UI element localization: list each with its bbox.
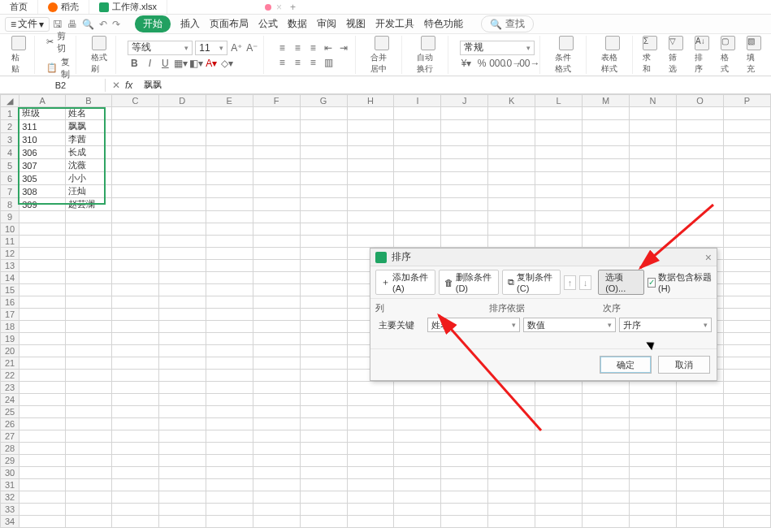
cell[interactable] [158, 345, 206, 357]
cell[interactable] [206, 370, 253, 382]
cell[interactable] [723, 394, 770, 406]
cell[interactable] [253, 185, 300, 198]
col-header-A[interactable]: A [19, 95, 66, 107]
cell[interactable] [111, 284, 158, 296]
cell[interactable] [488, 516, 535, 528]
row-header[interactable]: 25 [1, 406, 19, 418]
cell[interactable] [347, 394, 394, 406]
filter-button[interactable]: ▽筛选 [665, 36, 687, 75]
cell[interactable] [723, 198, 770, 211]
cell[interactable] [66, 430, 112, 443]
cell[interactable] [535, 491, 583, 504]
cell[interactable]: 班级 [19, 107, 66, 120]
cell[interactable] [488, 455, 535, 467]
cell[interactable] [676, 211, 723, 223]
cell[interactable] [111, 172, 158, 185]
cell[interactable] [158, 236, 206, 248]
cell[interactable] [158, 309, 206, 321]
cell[interactable] [394, 516, 441, 528]
col-header-M[interactable]: M [583, 95, 630, 107]
cell[interactable] [253, 236, 300, 248]
move-up-button[interactable]: ↑ [564, 275, 576, 290]
cell[interactable] [583, 236, 630, 248]
cell[interactable] [158, 370, 206, 382]
cell[interactable] [488, 394, 535, 406]
cell[interactable] [394, 491, 441, 504]
cell[interactable] [488, 467, 535, 479]
name-box[interactable]: B2 [16, 79, 106, 92]
cell[interactable] [253, 272, 300, 284]
cell[interactable] [535, 172, 583, 185]
row-header[interactable]: 5 [1, 159, 19, 172]
cell[interactable] [441, 394, 488, 406]
cell[interactable] [394, 455, 441, 467]
cell[interactable] [253, 146, 300, 159]
cell[interactable] [676, 120, 723, 133]
align-top-icon[interactable]: ≡ [275, 41, 288, 54]
cell[interactable] [300, 120, 347, 133]
cell[interactable] [19, 321, 66, 333]
cell[interactable] [723, 120, 770, 133]
cell[interactable] [441, 406, 488, 418]
copy-button[interactable]: 📋 复制 [46, 56, 71, 80]
cell[interactable] [19, 382, 66, 394]
cell[interactable] [300, 394, 347, 406]
cell[interactable] [158, 159, 206, 172]
cell[interactable] [723, 185, 770, 198]
row-header[interactable]: 28 [1, 443, 19, 455]
cell[interactable] [723, 211, 770, 223]
cell[interactable] [206, 321, 253, 333]
cell[interactable] [253, 260, 300, 272]
cell[interactable] [723, 133, 770, 146]
cell[interactable] [347, 443, 394, 455]
cell[interactable] [630, 120, 677, 133]
cell[interactable] [19, 443, 66, 455]
cell[interactable] [253, 382, 300, 394]
align-left-icon[interactable]: ≡ [275, 56, 288, 69]
cell[interactable] [206, 260, 253, 272]
increase-font-icon[interactable]: A⁺ [230, 41, 243, 54]
cell[interactable] [111, 248, 158, 260]
cell[interactable] [206, 223, 253, 236]
cell[interactable] [676, 107, 723, 120]
border-icon[interactable]: ▦▾ [174, 57, 187, 70]
col-header-D[interactable]: D [158, 95, 206, 107]
cell[interactable] [19, 504, 66, 516]
grid-row[interactable]: 7308汪灿 [1, 185, 771, 198]
cell[interactable] [347, 185, 394, 198]
cell[interactable] [488, 120, 535, 133]
cell[interactable] [676, 491, 723, 504]
cell[interactable] [630, 198, 677, 211]
cell[interactable] [158, 357, 206, 370]
cell[interactable] [253, 172, 300, 185]
cell[interactable] [111, 159, 158, 172]
cell[interactable] [676, 172, 723, 185]
cell[interactable] [630, 223, 677, 236]
cell[interactable] [206, 211, 253, 223]
cell[interactable] [394, 418, 441, 430]
col-header-L[interactable]: L [535, 95, 583, 107]
grid-row[interactable]: 34 [1, 516, 771, 528]
cell[interactable] [300, 198, 347, 211]
cell[interactable] [66, 296, 112, 309]
cell[interactable] [676, 479, 723, 491]
save-icon[interactable]: 🖫 [53, 19, 63, 30]
cell[interactable] [300, 455, 347, 467]
cell[interactable] [441, 120, 488, 133]
cell[interactable] [66, 504, 112, 516]
menu-special[interactable]: 特色功能 [424, 17, 463, 31]
cell[interactable] [253, 120, 300, 133]
cell[interactable] [630, 236, 677, 248]
cell[interactable] [583, 133, 630, 146]
cell[interactable] [111, 370, 158, 382]
cell[interactable] [394, 504, 441, 516]
cell[interactable] [535, 236, 583, 248]
cell[interactable] [441, 467, 488, 479]
cell[interactable] [347, 406, 394, 418]
row-header[interactable]: 34 [1, 516, 19, 528]
cell[interactable] [300, 321, 347, 333]
cell[interactable] [158, 260, 206, 272]
cell[interactable] [583, 159, 630, 172]
cell[interactable] [723, 370, 770, 382]
cell[interactable] [488, 382, 535, 394]
